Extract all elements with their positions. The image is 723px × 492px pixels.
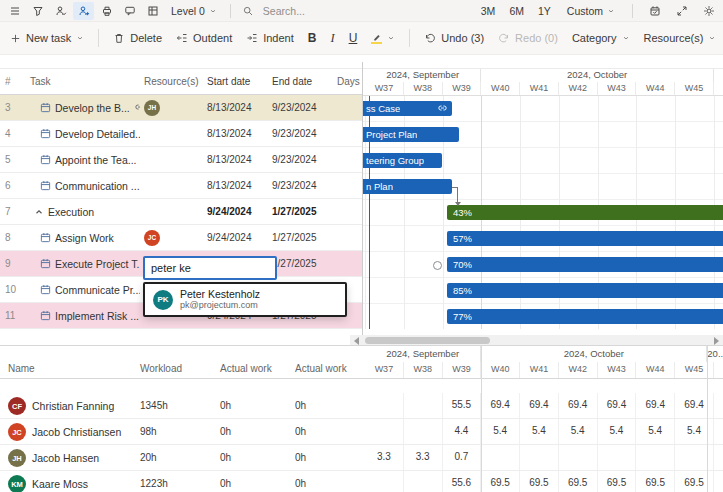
task-icon [40,258,51,269]
person-add-icon[interactable] [73,2,94,20]
start-date-cell[interactable]: 9/24/2024 [205,232,270,243]
column-header-start[interactable]: Start date [205,76,270,87]
highlight-color-button[interactable] [371,32,395,45]
end-date-cell[interactable]: 9/23/2024 [270,154,335,165]
gantt-bar[interactable]: 57% [447,231,723,246]
start-date-cell[interactable]: 8/13/2024 [205,102,270,113]
zoom-6m-button[interactable]: 6M [505,5,528,17]
column-header-task[interactable]: Task [24,76,140,87]
resource-picker-box[interactable] [143,256,277,280]
task-row[interactable]: 5Appoint the Tea...8/13/20249/23/2024 [0,147,362,173]
underline-button[interactable]: U [349,31,358,45]
column-header-workload[interactable]: Workload [140,363,182,374]
progress-circle-marker[interactable] [433,261,442,270]
week-label: W41 [520,82,559,95]
suggestion-person-item[interactable]: PK Peter Kestenholz pk@projectum.com [145,284,345,315]
resource-picker-input[interactable] [145,262,275,274]
filter-icon[interactable] [27,2,48,20]
bold-button[interactable]: B [308,31,317,45]
pane-splitter[interactable] [362,62,363,335]
end-date-cell[interactable]: 1/27/2025 [270,206,335,217]
workload-cell [481,445,520,470]
gantt-bar[interactable]: 43% [447,205,723,220]
outdent-label: Outdent [193,32,232,44]
scroll-left-arrow[interactable] [354,337,359,345]
column-header-name[interactable]: Name [8,363,35,374]
zoom-3m-button[interactable]: 3M [477,5,500,17]
italic-button[interactable]: I [330,31,334,46]
gantt-bar[interactable]: 70% [447,257,723,272]
chevron-down-icon [708,34,716,42]
actual-work-value-2: 0h [295,452,306,463]
workload-cell: 69.4 [636,393,675,418]
end-date-cell[interactable]: 1/27/2025 [270,232,335,243]
settings-gear-icon[interactable] [698,2,719,20]
task-name: Appoint the Tea... [55,154,137,166]
custom-label: Custom [567,5,603,17]
end-date-cell[interactable]: 9/23/2024 [270,128,335,139]
workload-value: 1345h [140,400,168,411]
resource-row[interactable]: CFChristian Fanning1345h0h0h [0,393,362,419]
column-header-actual-work-1[interactable]: Actual work [220,363,272,374]
zoom-1y-button[interactable]: 1Y [534,5,555,17]
start-date-cell[interactable]: 8/13/2024 [205,154,270,165]
custom-zoom-dropdown[interactable]: Custom [561,2,621,20]
task-row[interactable]: 6Communication ...8/13/20249/23/2024 [0,173,362,199]
workload-cell: 5.4 [559,419,598,444]
menu-icon[interactable] [4,2,25,20]
gantt-bar[interactable]: ss Case [362,101,452,116]
column-header-days[interactable]: Days [335,76,362,87]
column-header-end[interactable]: End date [270,76,335,87]
level-dropdown[interactable]: Level 0 [165,2,223,20]
gantt-bar[interactable]: 85% [447,283,723,298]
task-row[interactable]: 8Assign WorkJC9/24/20241/27/2025 [0,225,362,251]
underline-label: U [349,31,358,45]
column-header-actual-work-2[interactable]: Actual work [295,363,347,374]
workload-cell: 3.3 [365,445,404,470]
chevron-down-icon [76,34,84,42]
print-icon[interactable] [96,2,117,20]
expand-icon[interactable] [671,2,692,20]
gantt-bar[interactable]: n Plan [362,179,452,194]
outdent-button[interactable]: Outdent [176,32,232,44]
task-row[interactable]: 4Develop Detailed...8/13/20249/23/2024 [0,121,362,147]
task-row[interactable]: 7Execution9/24/20241/27/2025 [0,199,362,225]
end-date-cell[interactable]: 1/27/2025 [270,258,335,269]
scrollbar-thumb[interactable] [365,337,490,344]
calendar-check-icon[interactable] [644,2,665,20]
chevron-up-icon[interactable] [34,207,44,217]
person-check-icon[interactable] [50,2,71,20]
resources-dropdown[interactable]: Resource(s) [644,32,717,44]
task-cell: Communication ... [24,180,140,192]
row-number: 3 [0,102,24,113]
column-header-resources[interactable]: Resource(s) [140,76,205,87]
new-task-button[interactable]: New task [10,32,84,44]
task-row[interactable]: 3Develop the B...JH8/13/20249/23/2024 [0,95,362,121]
start-date-cell[interactable]: 8/13/2024 [205,128,270,139]
gantt-bar-label: 57% [453,233,472,244]
scroll-right-arrow[interactable] [714,337,719,345]
gantt-bar[interactable]: Project Plan [362,127,459,142]
resource-row[interactable]: JHJacob Hansen20h0h0h [0,445,362,471]
start-date-cell[interactable]: 9/24/2024 [205,206,270,217]
avatar: CF [8,397,26,415]
resource-cell[interactable]: JC [140,230,205,246]
end-date-cell[interactable]: 9/23/2024 [270,102,335,113]
search-input[interactable] [261,4,375,18]
delete-button[interactable]: Delete [113,32,162,44]
column-header-num[interactable]: # [0,76,24,87]
workload-value: 20h [140,452,157,463]
indent-button[interactable]: Indent [246,32,294,44]
comment-icon[interactable] [119,2,140,20]
table-icon[interactable] [142,2,163,20]
redo-button[interactable]: Redo (0) [498,32,558,44]
gantt-bar[interactable]: teering Group [362,153,442,168]
start-date-cell[interactable]: 8/13/2024 [205,180,270,191]
category-dropdown[interactable]: Category [572,32,630,44]
resource-cell[interactable]: JH [140,100,205,116]
resource-row[interactable]: JCJacob Christiansen98h0h0h [0,419,362,445]
undo-button[interactable]: Undo (3) [424,32,484,44]
resource-row[interactable]: KMKaare Moss1223h0h0h [0,471,362,492]
gantt-bar[interactable]: 77% [447,309,723,324]
end-date-cell[interactable]: 9/23/2024 [270,180,335,191]
